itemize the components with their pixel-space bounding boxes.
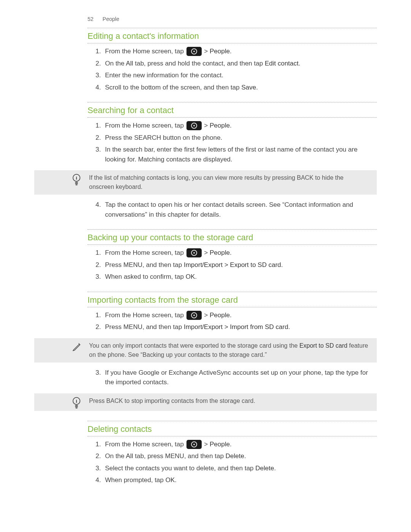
tip-text: If the list of matching contacts is long…	[89, 173, 370, 192]
apps-icon	[186, 440, 202, 449]
chapter-name: People	[103, 15, 119, 23]
step: From the Home screen, tap > People.	[103, 121, 377, 131]
step: Press MENU, and then tap Import/Export >…	[103, 322, 377, 332]
step: From the Home screen, tap > People.	[103, 46, 377, 56]
page-52: 52 People Editing a contact's informatio…	[0, 0, 411, 532]
tip-icon	[72, 173, 81, 185]
section-title-edit-contact: Editing a contact's information	[88, 28, 377, 43]
step: On the All tab, press MENU, and then tap…	[103, 451, 377, 461]
step: From the Home screen, tap > People.	[103, 439, 377, 449]
step: Press MENU, and then tap Import/Export >…	[103, 260, 377, 270]
note-text: You can only import contacts that were e…	[89, 341, 370, 359]
tip-callout: If the list of matching contacts is long…	[34, 170, 377, 195]
step: When asked to confirm, tap OK.	[103, 272, 377, 282]
steps-backup: From the Home screen, tap > People. Pres…	[88, 248, 377, 282]
section-title-delete: Deleting contacts	[88, 421, 377, 436]
step: From the Home screen, tap > People.	[103, 248, 377, 258]
step: Press the SEARCH button on the phone.	[103, 133, 377, 143]
step: Enter the new information for the contac…	[103, 70, 377, 80]
steps-import: From the Home screen, tap > People. Pres…	[88, 310, 377, 332]
steps-edit-contact: From the Home screen, tap > People. On t…	[88, 46, 377, 92]
apps-icon	[186, 248, 202, 257]
steps-search-contact: From the Home screen, tap > People. Pres…	[88, 121, 377, 164]
section-title-import: Importing contacts from the storage card	[88, 292, 377, 307]
step: When prompted, tap OK.	[103, 475, 377, 485]
section-title-backup: Backing up your contacts to the storage …	[88, 229, 377, 245]
section-title-search-contact: Searching for a contact	[88, 102, 377, 118]
steps-search-contact-cont: Tap the contact to open his or her conta…	[88, 200, 377, 219]
note-callout: You can only import contacts that were e…	[34, 338, 377, 363]
step: Select the contacts you want to delete, …	[103, 463, 377, 473]
step: From the Home screen, tap > People.	[103, 310, 377, 320]
note-icon	[72, 341, 81, 353]
apps-icon	[186, 311, 202, 320]
step: In the search bar, enter the first few l…	[103, 145, 377, 164]
steps-delete: From the Home screen, tap > People. On t…	[88, 439, 377, 485]
step: Scroll to the bottom of the screen, and …	[103, 83, 377, 93]
page-header: 52 People	[88, 15, 377, 23]
apps-icon	[186, 121, 202, 130]
steps-import-cont: If you have Google or Exchange ActiveSyn…	[88, 368, 377, 387]
apps-icon	[186, 47, 202, 56]
step: On the All tab, press and hold the conta…	[103, 59, 377, 69]
tip-text: Press BACK to stop importing contacts fr…	[89, 396, 255, 406]
step: Tap the contact to open his or her conta…	[103, 200, 377, 219]
step: If you have Google or Exchange ActiveSyn…	[103, 368, 377, 387]
page-number: 52	[88, 15, 94, 23]
tip-callout: Press BACK to stop importing contacts fr…	[34, 393, 377, 411]
tip-icon	[72, 396, 81, 408]
